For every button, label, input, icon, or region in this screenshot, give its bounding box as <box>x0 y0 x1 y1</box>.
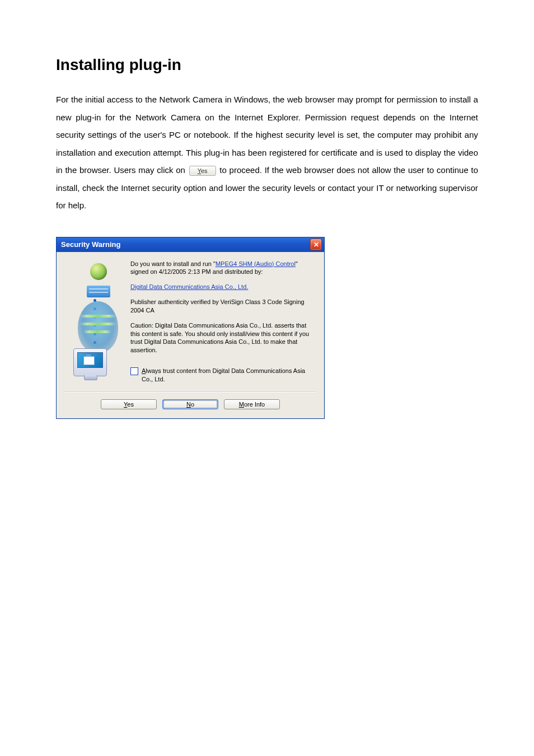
scan-line-icon <box>83 330 111 333</box>
scan-line-icon <box>80 315 116 318</box>
always-trust-label: Always trust content from Digital Data C… <box>142 367 316 384</box>
component-link[interactable]: MPEG4 SHM (Audio) Control <box>216 260 296 267</box>
certificate-icon <box>87 286 110 297</box>
close-icon: ✕ <box>313 241 319 248</box>
head-silhouette-icon <box>78 301 118 353</box>
caution-text: Caution: Digital Data Communications Asi… <box>130 321 316 354</box>
security-warning-dialog: Security Warning ✕ Do you want <box>56 237 325 419</box>
publisher-link[interactable]: Digital Data Communications Asia Co., Lt… <box>130 283 248 290</box>
close-button[interactable]: ✕ <box>310 239 322 250</box>
authenticity-text: Publisher authenticity verified by VeriS… <box>130 298 316 315</box>
no-button[interactable]: No <box>162 399 218 409</box>
dialog-titlebar: Security Warning ✕ <box>57 237 324 252</box>
yes-button[interactable]: Yes <box>101 399 157 409</box>
install-question: Do you want to install and run "MPEG4 SH… <box>130 260 316 277</box>
body-text-before: For the initial access to the Network Ca… <box>56 95 478 175</box>
document-icon <box>83 356 95 365</box>
dialog-button-row: Yes No More Info <box>57 393 324 418</box>
page-heading: Installing plug-in <box>56 56 478 74</box>
dialog-title: Security Warning <box>61 240 120 249</box>
body-paragraph: For the initial access to the Network Ca… <box>56 91 478 214</box>
inline-yes-button: Yes <box>189 166 216 176</box>
always-trust-checkbox[interactable] <box>130 367 138 375</box>
dialog-graphic <box>64 260 125 384</box>
scan-line-icon <box>80 323 116 325</box>
globe-icon <box>90 263 107 280</box>
more-info-button[interactable]: More Info <box>224 399 280 409</box>
